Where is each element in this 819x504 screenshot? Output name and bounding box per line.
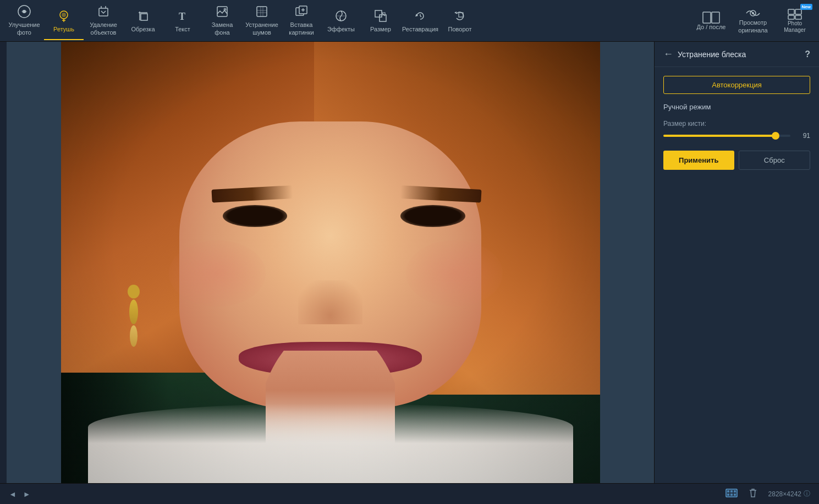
brush-size-value: 91 bbox=[795, 132, 810, 140]
tool-enhance[interactable]: Улучшение фото bbox=[4, 2, 44, 40]
view-original-btn[interactable]: Просмотр оригинала bbox=[733, 2, 773, 40]
canvas-area[interactable] bbox=[7, 42, 654, 483]
svg-rect-43 bbox=[727, 490, 729, 492]
svg-text:T: T bbox=[179, 11, 185, 22]
svg-rect-40 bbox=[788, 15, 794, 19]
manual-mode-label: Ручной режим bbox=[663, 103, 810, 111]
tool-resize[interactable]: Размер bbox=[361, 2, 400, 40]
info-icon: ⓘ bbox=[804, 489, 810, 499]
svg-rect-44 bbox=[730, 490, 733, 492]
autocorrect-button[interactable]: Автокоррекция bbox=[663, 76, 810, 94]
tool-denoise[interactable]: Устранение шумов bbox=[242, 2, 282, 40]
tool-effects[interactable]: Эффекты bbox=[321, 2, 361, 40]
tool-retouch[interactable]: Ретушь bbox=[44, 2, 84, 40]
photo-manager-btn[interactable]: New Photo Manager bbox=[775, 2, 815, 40]
tool-replace-bg[interactable]: Замена фона bbox=[202, 2, 242, 40]
action-buttons-row: Применить Сброс bbox=[663, 151, 810, 170]
svg-line-31 bbox=[420, 16, 421, 17]
right-panel: ← Устранение блеска ? Автокоррекция Ручн… bbox=[654, 42, 819, 483]
image-dimensions: 2828×4242 bbox=[768, 490, 801, 498]
svg-rect-46 bbox=[727, 494, 729, 496]
trash-icon[interactable] bbox=[749, 488, 757, 500]
toolbar-right-group: До / после Просмотр оригинала New Photo … bbox=[691, 2, 815, 40]
panel-body: Автокоррекция Ручной режим Размер кисти:… bbox=[655, 67, 819, 483]
brush-size-slider-row: 91 bbox=[663, 132, 810, 140]
brush-size-slider[interactable] bbox=[663, 135, 790, 137]
svg-rect-26 bbox=[375, 10, 382, 17]
panel-header: ← Устранение блеска ? bbox=[655, 42, 819, 67]
svg-line-28 bbox=[382, 13, 385, 16]
svg-marker-33 bbox=[454, 12, 457, 14]
back-button[interactable]: ← bbox=[663, 48, 673, 60]
svg-rect-6 bbox=[99, 8, 108, 16]
left-scrollbar[interactable] bbox=[0, 42, 7, 483]
svg-rect-11 bbox=[141, 14, 147, 20]
main-area: ← Устранение блеска ? Автокоррекция Ручн… bbox=[0, 42, 819, 483]
apply-button[interactable]: Применить bbox=[663, 151, 734, 170]
next-arrow[interactable]: ► bbox=[23, 490, 31, 499]
reset-button[interactable]: Сброс bbox=[739, 151, 811, 170]
brush-size-section: Размер кисти: 91 bbox=[663, 120, 810, 140]
svg-rect-47 bbox=[730, 494, 733, 496]
svg-point-1 bbox=[23, 10, 26, 13]
new-badge: New bbox=[800, 4, 812, 10]
before-after-btn[interactable]: До / после bbox=[691, 2, 731, 40]
svg-point-14 bbox=[224, 8, 227, 11]
svg-rect-41 bbox=[795, 15, 801, 19]
svg-rect-39 bbox=[795, 9, 801, 14]
image-info: 2828×4242 ⓘ bbox=[768, 489, 810, 499]
main-toolbar: Улучшение фото Ретушь Удаление объектов … bbox=[0, 0, 819, 42]
svg-rect-48 bbox=[734, 494, 736, 496]
svg-rect-45 bbox=[734, 490, 736, 492]
filmstrip-icon[interactable] bbox=[725, 489, 738, 500]
svg-rect-38 bbox=[788, 9, 794, 14]
svg-rect-15 bbox=[257, 7, 267, 16]
tool-crop[interactable]: Обрезка bbox=[123, 2, 163, 40]
prev-arrow[interactable]: ◄ bbox=[9, 490, 17, 499]
photo-canvas bbox=[61, 42, 600, 483]
brush-size-label: Размер кисти: bbox=[663, 120, 810, 128]
tool-insert-pic[interactable]: Вставка картинки bbox=[282, 2, 321, 40]
tool-remove-objects[interactable]: Удаление объектов bbox=[84, 2, 123, 40]
svg-rect-27 bbox=[380, 15, 386, 21]
tool-restore[interactable]: Реставрация bbox=[400, 2, 440, 40]
bottom-bar: ◄ ► 2828×4242 ⓘ bbox=[0, 483, 819, 504]
svg-rect-34 bbox=[703, 12, 711, 23]
tool-rotate[interactable]: Поворот bbox=[440, 2, 480, 40]
help-button[interactable]: ? bbox=[805, 49, 810, 59]
tool-text[interactable]: T Текст bbox=[163, 2, 202, 40]
svg-rect-35 bbox=[712, 12, 719, 23]
svg-point-3 bbox=[62, 13, 66, 17]
panel-title: Устранение блеска bbox=[678, 50, 800, 59]
